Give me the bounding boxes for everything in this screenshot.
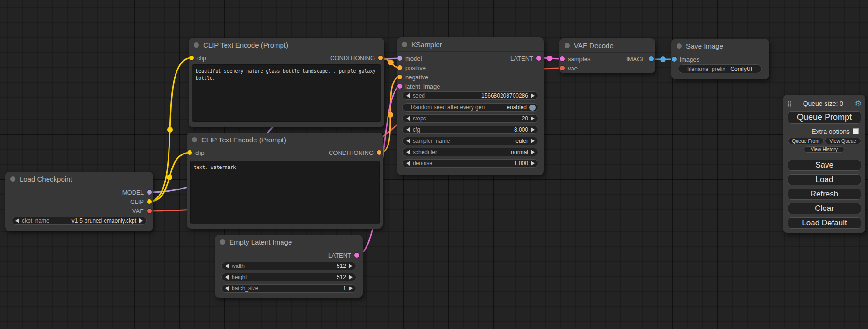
seed-toggle-icon[interactable] xyxy=(529,105,536,111)
decrement-arrow-icon[interactable] xyxy=(406,139,410,143)
slot-row: CLIP xyxy=(5,197,153,206)
decrement-arrow-icon[interactable] xyxy=(406,127,410,132)
output-label-vae: VAE xyxy=(132,208,144,215)
widget-value: 20 xyxy=(522,115,528,122)
output-dot-clip[interactable] xyxy=(147,199,152,204)
extra-options-label: Extra options xyxy=(812,128,850,135)
wire-midpoint-dot xyxy=(167,175,172,180)
comfyui-canvas[interactable]: { "colors": { "model": "#B39DDB", "clip"… xyxy=(0,0,868,329)
settings-gear-icon[interactable]: ⚙ xyxy=(855,100,861,107)
node-load-checkpoint[interactable]: Load Checkpoint MODEL CLIP VAE ckpt_name… xyxy=(5,172,153,231)
node-title: Save Image xyxy=(686,42,723,50)
load-button[interactable]: Load xyxy=(788,174,861,185)
increment-arrow-icon[interactable] xyxy=(531,139,535,143)
node-ksampler[interactable]: KSampler model LATENT positive negative … xyxy=(397,37,544,175)
output-dot-model[interactable] xyxy=(147,190,152,195)
seed-widget[interactable]: seed 156680208700286 xyxy=(402,91,538,100)
prompt-text-area[interactable]: beautiful scenery nature glass bottle la… xyxy=(192,64,381,122)
drag-handle-icon[interactable] xyxy=(787,101,791,107)
prompt-text-area[interactable]: text, watermark xyxy=(190,161,380,224)
output-label-conditioning: CONDITIONING xyxy=(329,149,374,156)
output-dot-latent[interactable] xyxy=(354,253,359,258)
input-dot-latent-image[interactable] xyxy=(397,84,402,89)
queue-prompt-button[interactable]: Queue Prompt xyxy=(788,111,861,124)
batch-size-widget[interactable]: batch_size 1 xyxy=(221,284,356,293)
input-dot-clip[interactable] xyxy=(187,150,192,155)
decrement-arrow-icon[interactable] xyxy=(406,161,410,166)
height-widget[interactable]: height 512 xyxy=(221,273,356,281)
increment-arrow-icon[interactable] xyxy=(349,275,353,280)
clear-button[interactable]: Clear xyxy=(788,203,861,214)
cfg-widget[interactable]: cfg 8.000 xyxy=(402,126,538,134)
steps-widget[interactable]: steps 20 xyxy=(402,114,538,123)
node-title: VAE Decode xyxy=(574,42,614,49)
width-widget[interactable]: width 512 xyxy=(221,262,356,270)
scheduler-widget[interactable]: scheduler normal xyxy=(402,148,538,156)
node-title-bar[interactable]: Load Checkpoint xyxy=(5,172,153,186)
input-dot-model[interactable] xyxy=(397,56,402,61)
increment-arrow-icon[interactable] xyxy=(531,150,535,154)
save-button[interactable]: Save xyxy=(788,160,861,171)
increment-arrow-icon[interactable] xyxy=(349,264,353,268)
widget-value: 1.000 xyxy=(514,160,528,167)
node-title: KSampler xyxy=(411,41,442,49)
increment-arrow-icon[interactable] xyxy=(531,116,535,121)
refresh-button[interactable]: Refresh xyxy=(788,189,861,200)
random-seed-widget[interactable]: Random seed after every gen enabled xyxy=(402,103,538,112)
queue-panel[interactable]: Queue size: 0 ⚙ Queue Prompt Extra optio… xyxy=(783,95,865,233)
node-clip-text-encode-positive[interactable]: CLIP Text Encode (Prompt) clip CONDITION… xyxy=(189,38,384,127)
output-dot-latent[interactable] xyxy=(536,56,541,61)
view-queue-button[interactable]: View Queue xyxy=(825,138,861,144)
input-dot-vae[interactable] xyxy=(560,66,565,70)
decrement-arrow-icon[interactable] xyxy=(225,275,229,280)
decrement-arrow-icon[interactable] xyxy=(15,218,19,223)
output-dot-conditioning[interactable] xyxy=(378,56,383,60)
input-dot-images[interactable] xyxy=(672,57,677,62)
slot-row: samples IMAGE xyxy=(559,54,655,63)
output-dot-image[interactable] xyxy=(649,56,654,61)
sampler-name-widget[interactable]: sampler_name euler xyxy=(402,137,538,145)
node-vae-decode[interactable]: VAE Decode samples IMAGE vae xyxy=(559,38,655,73)
node-title-bar[interactable]: Empty Latent Image xyxy=(215,235,363,249)
decrement-arrow-icon[interactable] xyxy=(406,150,410,154)
denoise-widget[interactable]: denoise 1.000 xyxy=(402,159,538,168)
node-title-bar[interactable]: CLIP Text Encode (Prompt) xyxy=(189,38,384,52)
node-save-image[interactable]: Save Image images filename_prefix ComfyU… xyxy=(671,39,769,79)
input-dot-negative[interactable] xyxy=(397,75,402,79)
decrement-arrow-icon[interactable] xyxy=(225,286,229,291)
extra-options-checkbox[interactable] xyxy=(853,128,859,134)
node-title-bar[interactable]: CLIP Text Encode (Prompt) xyxy=(187,133,383,147)
queue-size-label: Queue size: 0 xyxy=(791,100,855,107)
input-label-samples: samples xyxy=(568,56,590,63)
input-dot-clip[interactable] xyxy=(189,56,194,60)
decrement-arrow-icon[interactable] xyxy=(406,116,410,121)
increment-arrow-icon[interactable] xyxy=(531,93,535,98)
decrement-arrow-icon[interactable] xyxy=(406,93,410,98)
output-dot-conditioning[interactable] xyxy=(377,150,381,155)
queue-front-button[interactable]: Queue Front xyxy=(788,138,824,144)
increment-arrow-icon[interactable] xyxy=(531,127,535,132)
node-title: Empty Latent Image xyxy=(229,238,292,246)
widget-value: enabled xyxy=(507,104,527,111)
widget-value: 8.000 xyxy=(514,126,528,133)
widget-label: Random seed after every gen xyxy=(411,104,485,111)
increment-arrow-icon[interactable] xyxy=(349,286,353,291)
slot-row: negative xyxy=(397,72,544,82)
input-dot-positive[interactable] xyxy=(397,65,402,70)
ckpt-name-widget[interactable]: ckpt_name v1-5-pruned-emaonly.ckpt xyxy=(12,217,147,225)
decrement-arrow-icon[interactable] xyxy=(225,264,229,268)
widget-label: filename_prefix xyxy=(687,66,725,72)
load-default-button[interactable]: Load Default xyxy=(788,217,861,229)
filename-prefix-widget[interactable]: filename_prefix ComfyUI xyxy=(678,64,762,73)
output-dot-vae[interactable] xyxy=(147,209,152,213)
widget-value: v1-5-pruned-emaonly.ckpt xyxy=(71,217,136,224)
input-dot-samples[interactable] xyxy=(560,56,565,61)
view-history-button[interactable]: View History xyxy=(804,146,844,153)
node-title-bar[interactable]: KSampler xyxy=(397,37,544,52)
node-clip-text-encode-negative[interactable]: CLIP Text Encode (Prompt) clip CONDITION… xyxy=(187,133,383,229)
increment-arrow-icon[interactable] xyxy=(139,218,143,223)
node-title-bar[interactable]: Save Image xyxy=(671,39,769,53)
node-title-bar[interactable]: VAE Decode xyxy=(559,38,655,53)
increment-arrow-icon[interactable] xyxy=(531,161,535,166)
node-empty-latent-image[interactable]: Empty Latent Image LATENT width 512 heig… xyxy=(215,235,363,298)
